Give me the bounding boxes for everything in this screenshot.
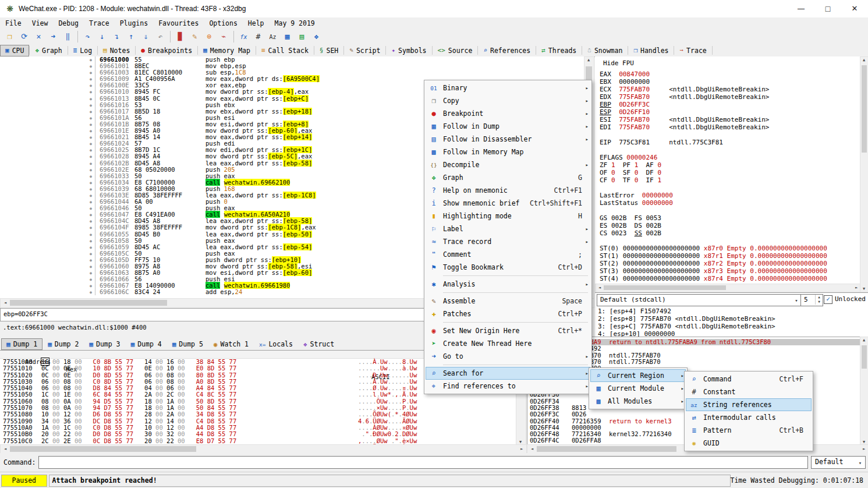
scroll-thumb[interactable] [537, 446, 676, 452]
breakpoint-dot-icon[interactable] [0, 244, 95, 250]
breakpoint-dot-icon[interactable] [0, 186, 95, 192]
tab-snowman[interactable]: ☃Snowman [582, 45, 628, 56]
terminate-button[interactable]: ▉ [173, 30, 187, 44]
menu-trace[interactable]: Trace [84, 19, 115, 28]
breakpoint-dot-icon[interactable] [0, 134, 95, 140]
breakpoint-dot-icon[interactable] [0, 108, 95, 115]
menu-item-constant[interactable]: #Constant [686, 386, 812, 398]
string-search-button[interactable]: Az [265, 30, 280, 44]
scroll-left-icon[interactable] [528, 447, 536, 451]
breakpoint-dot-icon[interactable] [0, 160, 95, 167]
tab-script[interactable]: ✎Script [344, 45, 385, 56]
scroll-left-icon[interactable] [1, 300, 9, 305]
close-button[interactable]: ✕ [31, 30, 46, 44]
breakpoint-dot-icon[interactable] [0, 263, 95, 270]
menu-item-create-new-thread-here[interactable]: ➤Create New Thread Here [426, 337, 590, 350]
breakpoint-dot-icon[interactable] [0, 63, 95, 69]
disasm-row[interactable]: 696610018BECmov ebp,esp [0, 63, 584, 69]
breakpoint-dot-icon[interactable] [0, 289, 95, 295]
tab-handles[interactable]: ❒Handles [628, 45, 674, 56]
menu-item-string-references[interactable]: azString references [686, 398, 812, 411]
breakpoint-dot-icon[interactable] [0, 147, 95, 153]
run-to-user-code-button[interactable]: ⇓ [139, 30, 153, 44]
breakpoint-dot-icon[interactable] [0, 218, 95, 224]
menu-item-assemble[interactable]: ✎AssembleSpace [426, 295, 590, 307]
step-over-button[interactable]: ↴ [109, 30, 124, 44]
menu-item-follow-in-disassembler[interactable]: ▤Follow in Disassembler▸ [426, 133, 590, 146]
scroll-down-icon[interactable] [860, 287, 867, 291]
execute-till-return-button[interactable]: ↑ [124, 30, 139, 44]
tab-dump-5[interactable]: ▦Dump 5 [167, 338, 208, 350]
menu-item-copy[interactable]: ❐Copy▸ [426, 94, 590, 107]
menu-item-patches[interactable]: ✚PatchesCtrl+P [426, 307, 590, 320]
breakpoint-edit-button[interactable]: ✎ [187, 30, 202, 44]
breakpoint-dot-icon[interactable] [0, 69, 95, 76]
restart-button[interactable]: ⟳ [17, 30, 31, 44]
tab-log[interactable]: ≣Log [68, 45, 97, 56]
calling-convention-select[interactable]: Default (stdcall) [597, 294, 802, 306]
constant-button[interactable]: # [251, 30, 265, 44]
menu-item-intermodular-calls[interactable]: ⇄Intermodular calls [686, 411, 812, 424]
registers-hscrollbar[interactable] [595, 284, 861, 292]
breakpoint-dot-icon[interactable] [0, 82, 95, 89]
tab-symbols[interactable]: ✦Symbols [386, 45, 431, 56]
breakpoint-dot-icon[interactable] [0, 238, 95, 244]
pause-button[interactable]: ‖ [61, 30, 75, 44]
menu-item-binary[interactable]: 01Binary▸ [426, 82, 590, 94]
scroll-right-icon[interactable] [518, 447, 526, 451]
menu-item-label[interactable]: ⚐Label▸ [426, 222, 590, 235]
menu-debug[interactable]: Debug [53, 19, 84, 28]
memory-map-tool-button[interactable]: ▦ [280, 30, 295, 44]
breakpoint-dot-icon[interactable] [0, 231, 95, 238]
tab-graph[interactable]: ❖Graph [30, 45, 67, 56]
menu-file[interactable]: File [0, 19, 27, 28]
menu-plugins[interactable]: Plugins [115, 19, 153, 28]
menu-help[interactable]: Help [243, 19, 270, 28]
menu-item-help-on-mnemonic[interactable]: ?Help on mnemonicCtrl+F1 [426, 184, 590, 197]
hide-fpu-button[interactable]: Hide FPU [598, 58, 639, 68]
menu-item-find-references-to[interactable]: ⌖Find references to▸ [426, 380, 590, 392]
breakpoint-dot-icon[interactable] [0, 96, 95, 102]
scroll-right-icon[interactable] [853, 285, 860, 290]
tab-dump-4[interactable]: ▦Dump 4 [126, 338, 167, 350]
menu-item-guid[interactable]: ❋GUID [686, 437, 812, 450]
scroll-left-icon[interactable] [1, 447, 9, 451]
inject-button[interactable]: ⌁ [217, 30, 231, 44]
tab-dump-3[interactable]: ▦Dump 3 [84, 338, 125, 350]
tab-struct[interactable]: ❖Struct [298, 338, 339, 350]
menu-item-pattern[interactable]: ≣PatternCtrl+B [686, 424, 812, 437]
breakpoint-dot-icon[interactable] [0, 167, 95, 173]
menu-item-breakpoint[interactable]: ●Breakpoint▸ [426, 107, 590, 120]
menu-item-search-for[interactable]: ⌕Search for▸ [426, 367, 590, 380]
scroll-up-icon[interactable] [860, 338, 867, 342]
scroll-thumb[interactable] [10, 446, 196, 452]
menu-item-follow-in-dump[interactable]: ▦Follow in Dump▸ [426, 120, 590, 133]
scroll-left-icon[interactable] [596, 285, 603, 290]
breakpoint-dot-icon[interactable] [0, 153, 95, 160]
settings-tool-button[interactable]: ❖ [309, 30, 324, 44]
breakpoint-dot-icon[interactable] [0, 140, 95, 147]
menu-item-toggle-bookmark[interactable]: ⚑Toggle BookmarkCtrl+D [426, 261, 590, 274]
tab-dump-2[interactable]: ▦Dump 2 [42, 338, 84, 350]
open-file-button[interactable]: ❒ [2, 30, 17, 44]
menu-item-comment[interactable]: ❝Comment; [426, 248, 590, 261]
stepper-arrows-icon[interactable]: ▲▼ [815, 295, 823, 305]
menu-item-all-modules[interactable]: ▩All Modules▸ [590, 395, 686, 408]
scroll-thumb[interactable] [10, 300, 167, 306]
menu-item-graph[interactable]: ❖GraphG [426, 171, 590, 184]
tab-watch-1[interactable]: ◉Watch 1 [208, 338, 254, 350]
fx-button[interactable]: fx [236, 30, 251, 44]
breakpoint-dot-icon[interactable] [0, 250, 95, 257]
scroll-up-icon[interactable] [860, 58, 867, 62]
breakpoint-dot-icon[interactable] [0, 199, 95, 205]
registers-vscrollbar[interactable] [860, 56, 868, 292]
breakpoint-dot-icon[interactable] [0, 128, 95, 134]
disasm-row[interactable]: 6966100055push ebp [0, 56, 584, 63]
tab-dump-1[interactable]: ▦Dump 1 [1, 338, 42, 350]
menu-item-set-new-origin-here[interactable]: ◉Set New Origin HereCtrl+* [426, 324, 590, 337]
tab-seh[interactable]: §SEH [314, 45, 343, 56]
breakpoint-dot-icon[interactable] [0, 173, 95, 179]
notes-tool-button[interactable]: ▤ [295, 30, 309, 44]
scroll-thumb[interactable] [862, 65, 867, 153]
tab-references[interactable]: ⌕References [478, 45, 536, 56]
